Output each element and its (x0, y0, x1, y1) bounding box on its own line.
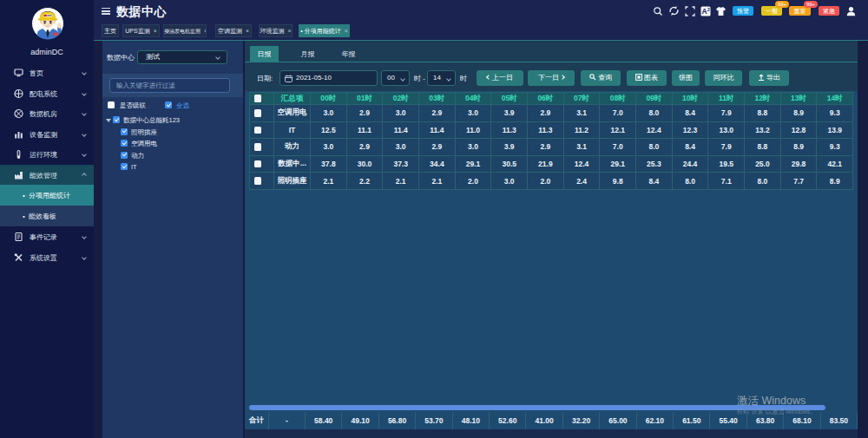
svg-text:A: A (702, 7, 707, 16)
svg-text:2: 2 (707, 7, 710, 12)
